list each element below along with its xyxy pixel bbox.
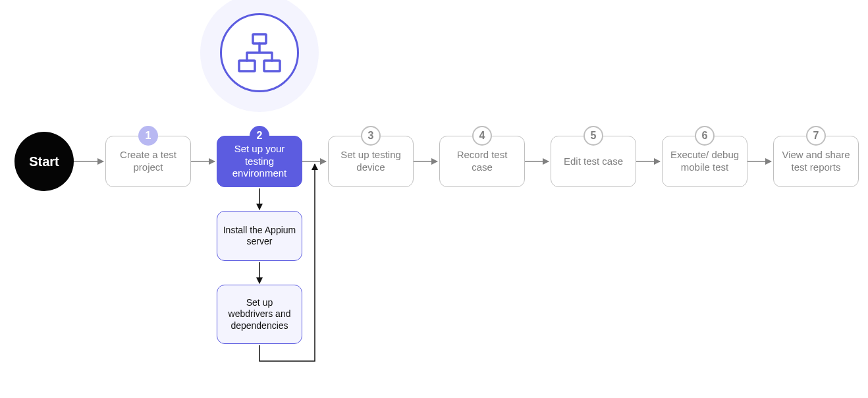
step-3-num: 3: [368, 130, 374, 142]
step-4-label: Record test case: [445, 149, 519, 174]
svg-rect-9: [253, 34, 266, 43]
step-2-badge: 2: [250, 126, 269, 146]
hero-circle: [220, 13, 299, 92]
step-1-badge: 1: [138, 126, 158, 146]
step-6-label: Execute/ debug mobile test: [668, 149, 742, 174]
start-node: Start: [14, 132, 74, 191]
connectors: [0, 0, 868, 398]
step-7-label: View and share test reports: [779, 149, 853, 174]
step-1-num: 1: [146, 130, 151, 142]
step-2-num: 2: [257, 130, 263, 142]
substep-2-label: Set up webdrivers and dependencies: [223, 297, 296, 332]
svg-rect-10: [239, 61, 255, 71]
substep-1-label: Install the Appium server: [223, 225, 296, 248]
substep-2[interactable]: Set up webdrivers and dependencies: [217, 285, 302, 344]
step-5-label: Edit test case: [564, 156, 623, 168]
step-2-label: Set up your testing environment: [223, 143, 296, 180]
step-4-badge: 4: [472, 126, 492, 146]
step-7-badge: 7: [806, 126, 826, 146]
svg-rect-11: [264, 61, 280, 71]
step-6-badge: 6: [695, 126, 715, 146]
step-5-badge: 5: [583, 126, 603, 146]
step-3-badge: 3: [361, 126, 381, 146]
step-1-label: Create a test project: [111, 149, 185, 174]
substep-1[interactable]: Install the Appium server: [217, 211, 302, 261]
step-3-label: Set up testing device: [334, 149, 408, 174]
network-tree-icon: [236, 33, 283, 72]
step-5-num: 5: [591, 130, 597, 142]
step-7-num: 7: [813, 130, 819, 142]
step-4-num: 4: [479, 130, 485, 142]
start-label: Start: [29, 154, 59, 170]
step-6-num: 6: [702, 130, 708, 142]
